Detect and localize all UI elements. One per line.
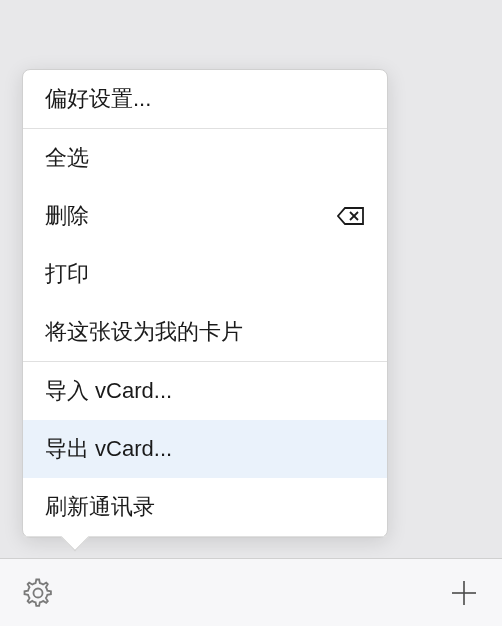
menu-section-vcard: 导入 vCard... 导出 vCard... 刷新通讯录	[23, 362, 387, 537]
menu-item-label: 打印	[45, 259, 89, 289]
menu-item-set-as-my-card[interactable]: 将这张设为我的卡片	[23, 303, 387, 361]
settings-popup-menu[interactable]: 偏好设置... 全选 删除 打印 将这张设为我的卡片 导入 vCard...	[22, 69, 388, 538]
bottom-toolbar	[0, 558, 502, 626]
menu-item-label: 偏好设置...	[45, 84, 151, 114]
menu-item-import-vcard[interactable]: 导入 vCard...	[23, 362, 387, 420]
menu-item-export-vcard[interactable]: 导出 vCard...	[23, 420, 387, 478]
menu-item-preferences[interactable]: 偏好设置...	[23, 70, 387, 128]
menu-section-preferences: 偏好设置...	[23, 70, 387, 129]
menu-section-edit: 全选 删除 打印 将这张设为我的卡片	[23, 129, 387, 362]
menu-item-delete[interactable]: 删除	[23, 187, 387, 245]
delete-key-icon	[337, 205, 365, 227]
plus-icon[interactable]	[446, 575, 482, 611]
menu-item-label: 刷新通讯录	[45, 492, 155, 522]
menu-item-print[interactable]: 打印	[23, 245, 387, 303]
svg-point-2	[33, 588, 42, 597]
menu-item-label: 将这张设为我的卡片	[45, 317, 243, 347]
menu-item-select-all[interactable]: 全选	[23, 129, 387, 187]
gear-icon[interactable]	[20, 575, 56, 611]
menu-item-label: 导入 vCard...	[45, 376, 172, 406]
menu-item-label: 全选	[45, 143, 89, 173]
menu-item-label: 导出 vCard...	[45, 434, 172, 464]
menu-item-label: 删除	[45, 201, 89, 231]
